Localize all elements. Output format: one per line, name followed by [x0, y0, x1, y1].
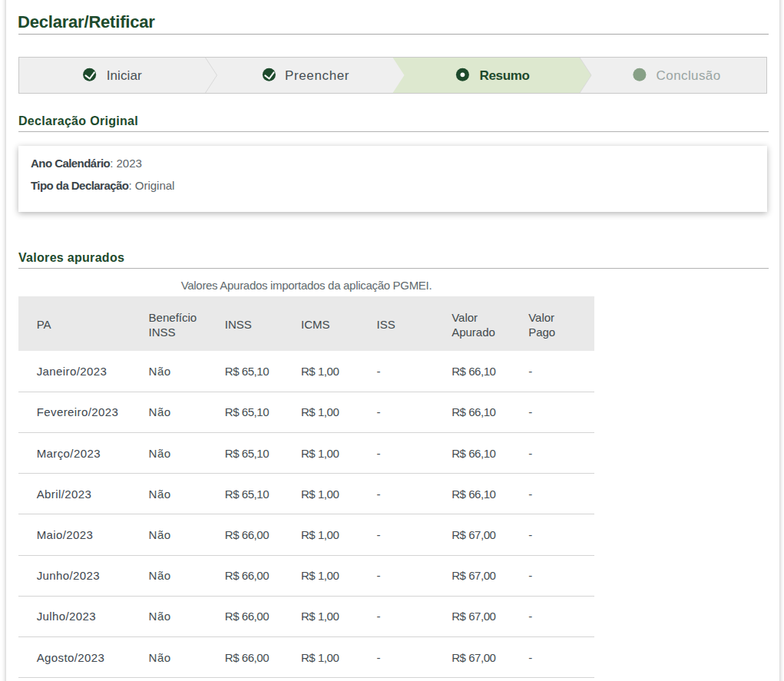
svg-text:Iniciar: Iniciar — [107, 68, 142, 83]
svg-text:Conclusão: Conclusão — [657, 68, 721, 83]
svg-text:Resumo: Resumo — [480, 68, 530, 83]
svg-text:Preencher: Preencher — [285, 68, 349, 83]
